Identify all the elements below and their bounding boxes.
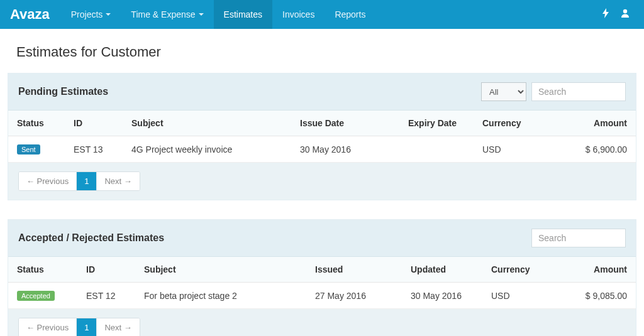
cell-updated: 30 May 2016 bbox=[402, 283, 482, 309]
cell-status: Sent bbox=[8, 136, 65, 163]
table-header-row: Status ID Subject Issue Date Expiry Date… bbox=[8, 111, 636, 136]
col-currency: Currency bbox=[474, 111, 562, 136]
col-amount: Amount bbox=[562, 111, 636, 136]
col-currency: Currency bbox=[482, 257, 564, 283]
col-status: Status bbox=[8, 257, 77, 283]
table-row[interactable]: Sent EST 13 4G Project weekly invoice 30… bbox=[8, 136, 636, 163]
nav-time-expense[interactable]: Time & Expense bbox=[121, 0, 213, 29]
panel-footer: ← Previous 1 Next → bbox=[8, 163, 636, 200]
cell-currency: USD bbox=[482, 283, 564, 309]
panel-header: Pending Estimates All bbox=[8, 73, 636, 111]
pending-table: Status ID Subject Issue Date Expiry Date… bbox=[8, 111, 636, 163]
nav-estimates[interactable]: Estimates bbox=[214, 0, 272, 29]
nav-label: Invoices bbox=[282, 9, 314, 19]
col-status: Status bbox=[8, 111, 65, 136]
nav-label: Projects bbox=[71, 9, 103, 19]
chevron-down-icon bbox=[106, 13, 111, 16]
accepted-table: Status ID Subject Issued Updated Currenc… bbox=[8, 257, 636, 309]
cell-currency: USD bbox=[474, 136, 562, 163]
navbar: Avaza Projects Time & Expense Estimates … bbox=[0, 0, 644, 29]
cell-status: Accepted bbox=[8, 283, 77, 309]
accepted-rejected-panel: Accepted / Rejected Estimates Status ID … bbox=[8, 219, 636, 336]
next-button[interactable]: Next → bbox=[97, 172, 139, 190]
col-amount: Amount bbox=[564, 257, 636, 283]
col-issue-date: Issue Date bbox=[291, 111, 399, 136]
nav-label: Reports bbox=[335, 9, 365, 19]
cell-issue-date: 30 May 2016 bbox=[291, 136, 399, 163]
panel-controls: All bbox=[481, 82, 626, 101]
cell-id: EST 13 bbox=[65, 136, 123, 163]
prev-button[interactable]: ← Previous bbox=[19, 318, 77, 336]
col-id: ID bbox=[77, 257, 135, 283]
search-input[interactable] bbox=[531, 229, 626, 247]
user-icon[interactable] bbox=[620, 8, 630, 21]
status-badge: Accepted bbox=[17, 291, 55, 301]
nav-right bbox=[602, 0, 634, 29]
panel-controls bbox=[531, 229, 626, 247]
panel-title: Accepted / Rejected Estimates bbox=[18, 232, 531, 244]
brand-logo[interactable]: Avaza bbox=[10, 0, 61, 29]
col-expiry-date: Expiry Date bbox=[399, 111, 474, 136]
table-header-row: Status ID Subject Issued Updated Currenc… bbox=[8, 257, 636, 283]
cell-subject: For beta project stage 2 bbox=[135, 283, 306, 309]
filter-select[interactable]: All bbox=[481, 82, 526, 101]
pagination: ← Previous 1 Next → bbox=[18, 318, 140, 336]
col-updated: Updated bbox=[402, 257, 482, 283]
prev-button[interactable]: ← Previous bbox=[19, 172, 77, 190]
nav-projects[interactable]: Projects bbox=[61, 0, 121, 29]
bolt-icon[interactable] bbox=[602, 8, 609, 21]
page-number[interactable]: 1 bbox=[77, 318, 97, 336]
panel-header: Accepted / Rejected Estimates bbox=[8, 220, 636, 257]
col-subject: Subject bbox=[135, 257, 306, 283]
cell-amount: $ 9,085.00 bbox=[564, 283, 636, 309]
panel-title: Pending Estimates bbox=[18, 86, 481, 97]
chevron-down-icon bbox=[199, 13, 204, 16]
page-number[interactable]: 1 bbox=[77, 172, 97, 190]
nav-invoices[interactable]: Invoices bbox=[272, 0, 325, 29]
svg-point-0 bbox=[623, 9, 627, 13]
page-title: Estimates for Customer bbox=[0, 29, 644, 73]
col-issued: Issued bbox=[306, 257, 402, 283]
nav-label: Estimates bbox=[224, 9, 262, 19]
col-subject: Subject bbox=[123, 111, 291, 136]
status-badge: Sent bbox=[17, 144, 40, 154]
search-input[interactable] bbox=[531, 82, 626, 101]
panel-footer: ← Previous 1 Next → bbox=[8, 309, 636, 336]
pending-estimates-panel: Pending Estimates All Status ID Subject … bbox=[8, 73, 636, 200]
col-id: ID bbox=[65, 111, 123, 136]
nav-label: Time & Expense bbox=[131, 9, 195, 19]
cell-issued: 27 May 2016 bbox=[306, 283, 402, 309]
cell-expiry-date bbox=[399, 136, 474, 163]
table-row[interactable]: Accepted EST 12 For beta project stage 2… bbox=[8, 283, 636, 309]
pagination: ← Previous 1 Next → bbox=[18, 171, 140, 191]
next-button[interactable]: Next → bbox=[97, 318, 139, 336]
nav-reports[interactable]: Reports bbox=[325, 0, 375, 29]
cell-id: EST 12 bbox=[77, 283, 135, 309]
cell-subject: 4G Project weekly invoice bbox=[123, 136, 291, 163]
cell-amount: $ 6,900.00 bbox=[562, 136, 636, 163]
